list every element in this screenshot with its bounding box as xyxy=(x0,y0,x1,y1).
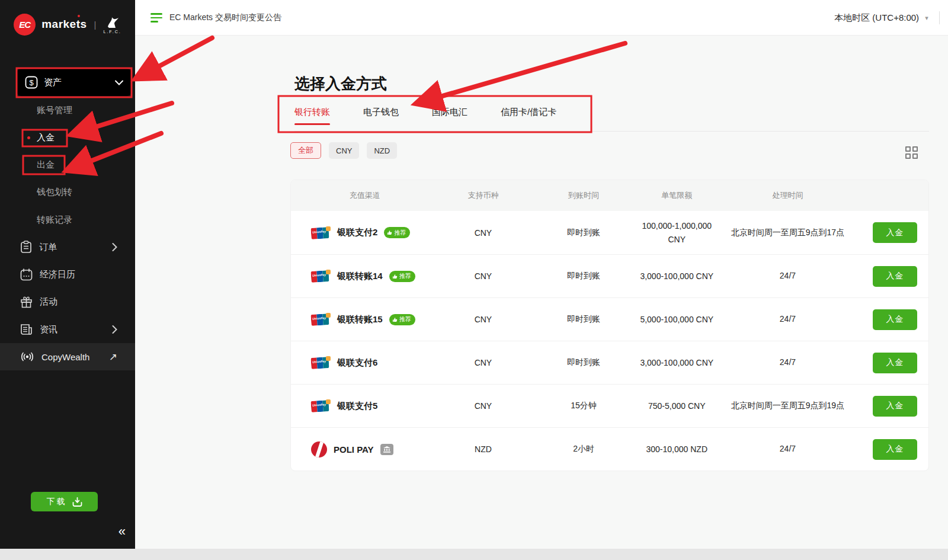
sidebar-item-wallet-transfer[interactable]: 钱包划转 xyxy=(0,178,135,206)
filter-chip-nzd[interactable]: NZD xyxy=(367,142,397,159)
download-label: 下载 xyxy=(47,497,67,507)
chevron-right-icon xyxy=(112,243,117,251)
header-limit: 单笔限额 xyxy=(640,190,714,202)
sidebar-item-label: 订单 xyxy=(39,242,112,253)
thumbs-up-icon xyxy=(392,274,398,279)
hours-cell: 24/7 xyxy=(714,312,862,327)
limit-cell: 750-5,000 CNY xyxy=(640,399,714,412)
currency-cell: CNY xyxy=(439,228,528,238)
channel-name: 银联支付6 xyxy=(337,357,377,369)
table-row: UnionPay 银联支付6 CNY 即时到账 3,000-100,000 CN… xyxy=(291,341,928,384)
download-icon xyxy=(72,497,82,507)
sidebar-item-assets[interactable]: $ 资产 xyxy=(17,69,132,96)
header-channel: 充值渠道 xyxy=(291,190,439,201)
tab-ewallet[interactable]: 电子钱包 xyxy=(363,101,399,131)
deposit-button[interactable]: 入金 xyxy=(873,222,917,243)
channel-name: 银联支付5 xyxy=(337,401,377,412)
announcement-link[interactable]: EC Markets 交易时间变更公告 xyxy=(150,0,281,36)
bank-icon xyxy=(383,446,390,453)
arrival-cell: 即时到账 xyxy=(527,357,640,368)
chevron-down-icon xyxy=(115,80,123,85)
deposit-button[interactable]: 入金 xyxy=(873,439,917,460)
sidebar-item-account-management[interactable]: 账号管理 xyxy=(0,97,135,124)
calendar-icon xyxy=(20,268,33,281)
clipboard-icon xyxy=(20,241,32,254)
deposit-button[interactable]: 入金 xyxy=(873,309,917,330)
hours-cell: 北京时间周一至周五9点到17点 xyxy=(714,226,862,240)
deposit-button[interactable]: 入金 xyxy=(873,396,917,417)
limit-cell: 300-10,000 NZD xyxy=(640,443,714,456)
app-window: EC markets | L.F.C. $ 资产 账号管理 xyxy=(0,0,948,560)
grid-view-icon[interactable] xyxy=(905,146,920,161)
channel-name: POLI PAY xyxy=(334,444,374,455)
sidebar-item-label: 钱包划转 xyxy=(37,187,72,198)
hours-cell: 24/7 xyxy=(714,356,862,370)
brand-name: markets xyxy=(41,18,87,31)
table-row: UnionPay 银联转账14 推荐 CNY 即时到账 3,000-100,00… xyxy=(291,254,928,297)
timezone-caret-icon[interactable]: ▾ xyxy=(925,14,928,22)
tab-credit-debit-card[interactable]: 信用卡/借记卡 xyxy=(501,101,556,131)
topbar: EC Markets 交易时间变更公告 本地时区 (UTC+8:00) ▾ 2 xyxy=(135,0,948,36)
channel-name: 银联转账15 xyxy=(337,314,383,325)
sidebar-item-withdraw[interactable]: 出金 xyxy=(0,151,135,178)
arrival-cell: 即时到账 xyxy=(527,228,640,238)
table-row: UnionPay 银联支付2 推荐 CNY 即时到账 100,000-1,000… xyxy=(291,211,928,254)
hours-cell: 24/7 xyxy=(714,269,862,283)
lfc-label: L.F.C. xyxy=(104,30,121,34)
lfc-logo: L.F.C. xyxy=(104,15,121,34)
currency-cell: CNY xyxy=(439,358,528,367)
currency-cell: NZD xyxy=(439,444,528,454)
chevron-right-icon xyxy=(112,325,117,334)
unionpay-icon: UnionPay xyxy=(311,270,331,283)
limit-cell: 100,000-1,000,000 CNY xyxy=(640,219,714,246)
sidebar-item-news[interactable]: 资讯 xyxy=(0,316,135,343)
arrival-cell: 2小时 xyxy=(527,444,640,455)
tab-international-wire[interactable]: 国际电汇 xyxy=(432,101,467,131)
unionpay-icon: UnionPay xyxy=(311,356,331,369)
timezone-label[interactable]: 本地时区 (UTC+8:00) xyxy=(834,12,919,24)
table-header-row: 充值渠道 支持币种 到账时间 单笔限额 处理时间 xyxy=(291,180,928,211)
timezone-area: 本地时区 (UTC+8:00) ▾ 2 xyxy=(834,0,948,36)
announcement-text: EC Markets 交易时间变更公告 xyxy=(169,12,281,23)
unionpay-icon: UnionPay xyxy=(311,313,331,326)
gift-icon xyxy=(20,296,33,308)
sidebar-item-promotions[interactable]: 活动 xyxy=(0,288,135,315)
hours-cell: 北京时间周一至周五9点到19点 xyxy=(714,399,862,413)
poli-icon xyxy=(311,441,327,457)
arrival-cell: 即时到账 xyxy=(527,271,640,281)
sidebar-item-label: 账号管理 xyxy=(37,105,72,116)
announcement-list-icon xyxy=(150,13,162,23)
currency-cell: CNY xyxy=(439,401,528,411)
table-row: UnionPay 银联转账15 推荐 CNY 即时到账 5,000-100,00… xyxy=(291,297,928,341)
sidebar-item-label: 资讯 xyxy=(40,324,112,335)
filter-chip-all[interactable]: 全部 xyxy=(290,142,321,159)
deposit-button[interactable]: 入金 xyxy=(873,266,917,287)
sidebar-item-orders[interactable]: 订单 xyxy=(0,233,135,261)
page-title: 选择入金方式 xyxy=(294,73,387,94)
filter-chip-cny[interactable]: CNY xyxy=(329,142,359,159)
arrival-cell: 即时到账 xyxy=(527,314,640,325)
deposit-method-tabs: 银行转账 电子钱包 国际电汇 信用卡/借记卡 xyxy=(294,101,929,132)
sidebar-item-label: 活动 xyxy=(40,296,117,308)
thumbs-up-icon xyxy=(392,317,398,322)
sidebar: EC markets | L.F.C. $ 资产 账号管理 xyxy=(0,0,135,549)
sidebar-item-deposit[interactable]: 入金 xyxy=(0,124,135,151)
download-button[interactable]: 下载 xyxy=(31,492,98,511)
sidebar-item-label: 出金 xyxy=(37,159,55,171)
limit-cell: 3,000-100,000 CNY xyxy=(640,270,714,283)
channel-name: 银联转账14 xyxy=(337,271,383,282)
sidebar-item-economic-calendar[interactable]: 经济日历 xyxy=(0,261,135,288)
sidebar-item-copywealth[interactable]: CopyWealth ↗ xyxy=(0,343,135,370)
sidebar-item-transfer-records[interactable]: 转账记录 xyxy=(0,206,135,233)
header-currency: 支持币种 xyxy=(439,190,528,201)
header-arrival-time: 到账时间 xyxy=(527,190,640,201)
annotation-arrow-assets xyxy=(141,38,212,76)
brand-logo: EC markets | L.F.C. xyxy=(0,6,135,43)
collapse-sidebar-icon[interactable]: « xyxy=(118,524,126,539)
deposit-button[interactable]: 入金 xyxy=(873,353,917,373)
header-processing-time: 处理时间 xyxy=(714,189,862,202)
tab-bank-transfer[interactable]: 银行转账 xyxy=(294,101,330,131)
active-dot xyxy=(27,136,30,139)
annotation-arrow-tabs xyxy=(422,43,625,102)
svg-text:$: $ xyxy=(29,78,34,87)
